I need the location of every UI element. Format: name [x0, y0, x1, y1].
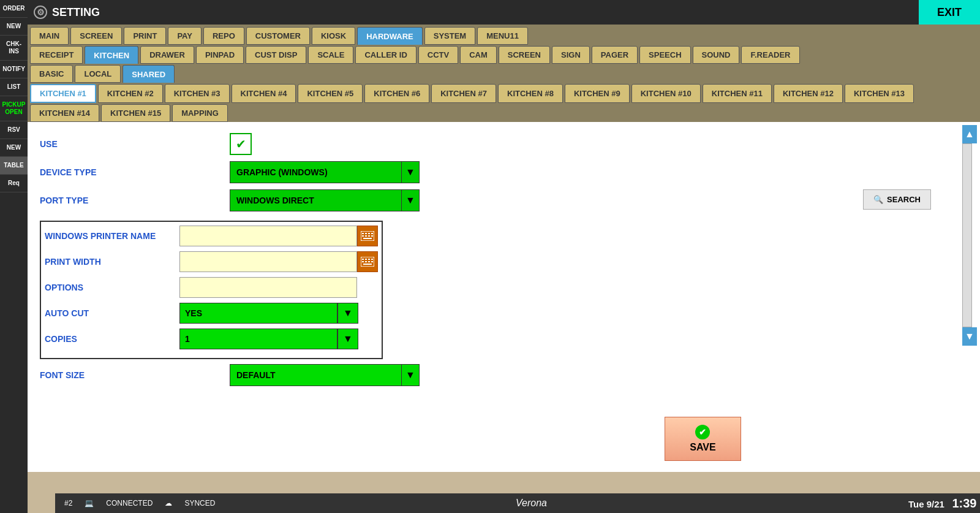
- tab-drawer[interactable]: DRAWER: [140, 46, 194, 64]
- font-size-arrow[interactable]: ▼: [401, 364, 420, 386]
- sidebar-item-req[interactable]: Req: [0, 175, 28, 192]
- sidebar-item-list[interactable]: LIST: [0, 78, 28, 96]
- tab-basic[interactable]: BASIC: [30, 65, 73, 83]
- tab-customer[interactable]: CUSTOMER: [246, 27, 310, 45]
- tab-caller-id[interactable]: CALLER ID: [355, 46, 416, 64]
- copies-arrow[interactable]: ▼: [337, 329, 358, 349]
- sidebar-item-pickup[interactable]: PICKUPOPEN: [0, 96, 28, 121]
- tab-kitchen10[interactable]: KITCHEN #10: [631, 84, 701, 103]
- sidebar-item-rsv[interactable]: RSV: [0, 121, 28, 139]
- auto-cut-dropdown[interactable]: YES NO ▼: [179, 303, 358, 324]
- sidebar-item-notify[interactable]: NOTIFY: [0, 61, 28, 78]
- tab-kitchen1[interactable]: KITCHEN #1: [30, 84, 96, 103]
- options-row: OPTIONS: [45, 277, 378, 298]
- sidebar: ORDER NEW CHK-INS NOTIFY LIST PICKUPOPEN…: [0, 0, 28, 513]
- main-content: MAIN SCREEN PRINT PAY REPO CUSTOMER KIOS…: [28, 25, 980, 513]
- save-check-icon: ✔: [695, 425, 710, 439]
- tab-speech[interactable]: SPEECH: [639, 46, 690, 64]
- tab-kitchen2[interactable]: KITCHEN #2: [98, 84, 163, 103]
- tab-menu11[interactable]: MENU11: [477, 27, 528, 45]
- svg-rect-14: [371, 259, 373, 260]
- tab-kitchen7[interactable]: KITCHEN #7: [431, 84, 496, 103]
- font-size-select[interactable]: DEFAULT: [230, 364, 401, 386]
- tab-freader[interactable]: F.READER: [741, 46, 799, 64]
- tab-kitchen8[interactable]: KITCHEN #8: [498, 84, 563, 103]
- tab-kitchen9[interactable]: KITCHEN #9: [565, 84, 630, 103]
- tab-kiosk[interactable]: KIOSK: [312, 27, 355, 45]
- sidebar-item-order[interactable]: ORDER: [0, 0, 28, 18]
- tab-kitchen6[interactable]: KITCHEN #6: [364, 84, 429, 103]
- windows-printer-name-input[interactable]: [179, 226, 357, 246]
- font-size-dropdown[interactable]: DEFAULT ▼: [230, 364, 420, 386]
- sidebar-item-new1[interactable]: NEW: [0, 18, 28, 36]
- sidebar-item-table[interactable]: TABLE: [0, 157, 28, 175]
- svg-rect-7: [368, 235, 370, 237]
- windows-printer-keyboard-icon[interactable]: [357, 226, 378, 246]
- scroll-up-button[interactable]: ▲: [962, 125, 977, 143]
- date: Tue 9/21: [908, 499, 944, 509]
- tab-kitchen12[interactable]: KITCHEN #12: [774, 84, 843, 103]
- tab-kitchen14[interactable]: KITCHEN #14: [30, 104, 99, 122]
- save-button[interactable]: ✔ SAVE: [665, 417, 741, 461]
- tab-cam[interactable]: CAM: [460, 46, 497, 64]
- tab-kitchen4[interactable]: KITCHEN #4: [232, 84, 296, 103]
- tab-cctv[interactable]: CCTV: [418, 46, 458, 64]
- tab-kitchen3[interactable]: KITCHEN #3: [165, 84, 230, 103]
- tab-local[interactable]: LOCAL: [75, 65, 121, 83]
- tab-screen[interactable]: SCREEN: [70, 27, 122, 45]
- tab-repo[interactable]: REPO: [203, 27, 244, 45]
- connected-icon: 💻: [85, 499, 94, 507]
- sidebar-item-new2[interactable]: NEW: [0, 139, 28, 157]
- scroll-track: [962, 143, 972, 327]
- device-type-arrow[interactable]: ▼: [401, 161, 420, 183]
- tab-pay[interactable]: PAY: [168, 27, 202, 45]
- print-width-keyboard-icon[interactable]: [357, 251, 378, 272]
- use-checkbox[interactable]: ✔: [230, 133, 252, 155]
- use-row: USE ✔: [40, 133, 968, 155]
- synced-label: SYNCED: [184, 499, 215, 507]
- device-type-dropdown[interactable]: GRAPHIC (WINDOWS) ▼: [230, 161, 420, 183]
- tab-sign[interactable]: SIGN: [552, 46, 590, 64]
- tab-main[interactable]: MAIN: [30, 27, 69, 45]
- tab-kitchen15[interactable]: KITCHEN #15: [101, 104, 170, 122]
- sidebar-item-chkins[interactable]: CHK-INS: [0, 36, 28, 61]
- tab-print[interactable]: PRINT: [124, 27, 166, 45]
- options-input[interactable]: [179, 277, 357, 298]
- exit-button[interactable]: EXIT: [919, 0, 980, 25]
- copies-dropdown[interactable]: 1 2 3 ▼: [179, 329, 358, 349]
- kitchen-tab-row1: KITCHEN #1 KITCHEN #2 KITCHEN #3 KITCHEN…: [28, 83, 980, 103]
- auto-cut-label: AUTO CUT: [45, 308, 179, 318]
- print-width-input[interactable]: [179, 251, 357, 272]
- tab-shared[interactable]: SHARED: [123, 65, 175, 83]
- device-type-label: DEVICE TYPE: [40, 167, 230, 177]
- tab-cust-disp[interactable]: CUST DISP: [246, 46, 306, 64]
- tab-scale[interactable]: SCALE: [308, 46, 353, 64]
- tab-kitchen[interactable]: KITCHEN: [85, 46, 138, 64]
- svg-rect-2: [365, 233, 367, 234]
- tab-kitchen5[interactable]: KITCHEN #5: [298, 84, 363, 103]
- tab-kitchen13[interactable]: KITCHEN #13: [845, 84, 914, 103]
- tab-receipt[interactable]: RECEIPT: [30, 46, 83, 64]
- auto-cut-select[interactable]: YES NO: [179, 303, 337, 324]
- auto-cut-arrow[interactable]: ▼: [337, 303, 358, 324]
- svg-rect-12: [365, 259, 367, 260]
- tab-screen2[interactable]: SCREEN: [499, 46, 550, 64]
- scroll-down-button[interactable]: ▼: [962, 327, 977, 346]
- tab-mapping[interactable]: MAPPING: [172, 104, 228, 122]
- port-type-dropdown[interactable]: WINDOWS DIRECT ▼: [230, 189, 420, 211]
- tab-kitchen11[interactable]: KITCHEN #11: [703, 84, 772, 103]
- svg-rect-4: [371, 233, 373, 234]
- copies-select[interactable]: 1 2 3: [179, 329, 337, 349]
- tab-hardware[interactable]: HARDWARE: [357, 27, 423, 45]
- port-type-select[interactable]: WINDOWS DIRECT: [230, 189, 401, 211]
- tab-sound[interactable]: SOUND: [693, 46, 740, 64]
- tab-pinpad[interactable]: PINPAD: [196, 46, 244, 64]
- header-title: ⚙ SETTING: [34, 6, 100, 19]
- svg-rect-15: [362, 261, 364, 262]
- search-button[interactable]: 🔍 SEARCH: [863, 189, 931, 210]
- tab-system[interactable]: SYSTEM: [424, 27, 475, 45]
- copies-label: COPIES: [45, 334, 179, 344]
- port-type-arrow[interactable]: ▼: [401, 189, 420, 211]
- tab-pager[interactable]: PAGER: [592, 46, 638, 64]
- device-type-select[interactable]: GRAPHIC (WINDOWS): [230, 161, 401, 183]
